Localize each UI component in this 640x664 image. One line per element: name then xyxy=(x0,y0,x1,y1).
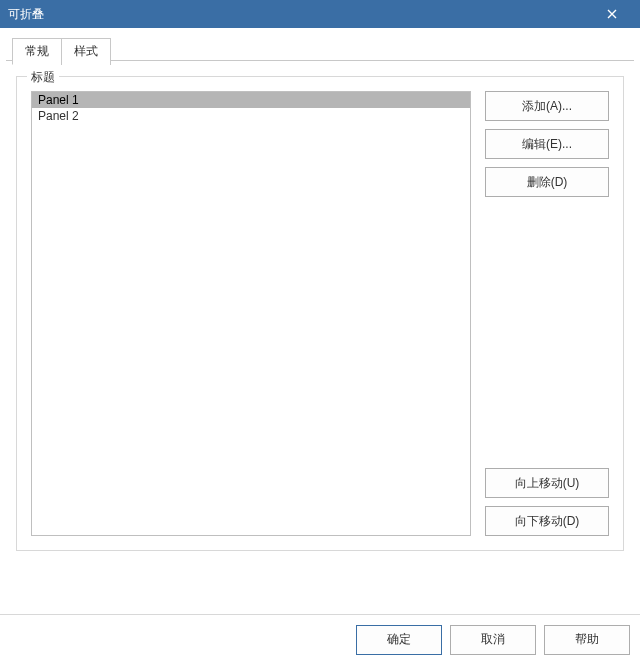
tab-style-label: 样式 xyxy=(74,44,98,58)
ok-button[interactable]: 确定 xyxy=(356,625,442,655)
move-up-button[interactable]: 向上移动(U) xyxy=(485,468,609,498)
add-button[interactable]: 添加(A)... xyxy=(485,91,609,121)
tab-strip: 常规 样式 xyxy=(12,38,110,65)
window-title: 可折叠 xyxy=(8,6,592,23)
tab-general-label: 常规 xyxy=(25,44,49,58)
close-icon xyxy=(607,6,617,22)
list-buttons-bottom: 向上移动(U) 向下移动(D) xyxy=(485,468,609,536)
tab-style[interactable]: 样式 xyxy=(61,38,111,65)
edit-button[interactable]: 编辑(E)... xyxy=(485,129,609,159)
cancel-button[interactable]: 取消 xyxy=(450,625,536,655)
list-buttons-top: 添加(A)... 编辑(E)... 删除(D) xyxy=(485,91,609,197)
list-item[interactable]: Panel 2 xyxy=(32,108,470,124)
dialog-footer: 确定 取消 帮助 xyxy=(0,614,640,664)
delete-button[interactable]: 删除(D) xyxy=(485,167,609,197)
move-down-button[interactable]: 向下移动(D) xyxy=(485,506,609,536)
groupbox-titles: 标题 Panel 1 Panel 2 添加(A)... 编辑(E)... 删除(… xyxy=(16,76,624,551)
close-button[interactable] xyxy=(592,0,632,28)
list-item-label: Panel 2 xyxy=(38,109,79,123)
list-item-label: Panel 1 xyxy=(38,93,79,107)
title-bar: 可折叠 xyxy=(0,0,640,28)
help-button[interactable]: 帮助 xyxy=(544,625,630,655)
titles-listbox[interactable]: Panel 1 Panel 2 xyxy=(31,91,471,536)
tab-general[interactable]: 常规 xyxy=(12,38,62,65)
groupbox-inner: Panel 1 Panel 2 添加(A)... 编辑(E)... 删除(D) … xyxy=(31,91,609,536)
tab-panel-general: 标题 Panel 1 Panel 2 添加(A)... 编辑(E)... 删除(… xyxy=(16,76,624,551)
dialog-client: 常规 样式 标题 Panel 1 Panel 2 添加(A). xyxy=(0,28,640,664)
groupbox-legend: 标题 xyxy=(27,69,59,86)
list-item[interactable]: Panel 1 xyxy=(32,92,470,108)
list-buttons-column: 添加(A)... 编辑(E)... 删除(D) 向上移动(U) 向下移动(D) xyxy=(485,91,609,536)
